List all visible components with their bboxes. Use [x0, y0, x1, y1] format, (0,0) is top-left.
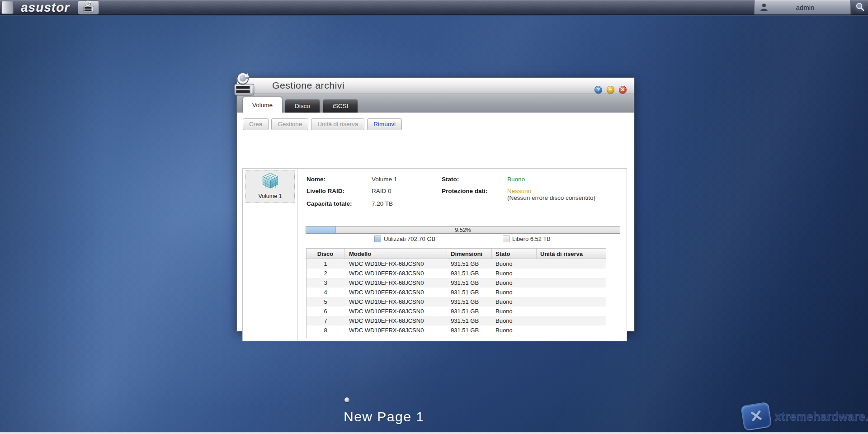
header-unita-di-riserva: Unità di riserva: [537, 249, 606, 259]
desktop-page-label: New Page 1: [344, 409, 424, 425]
watermark: ✕ xtremehardware.com: [742, 404, 868, 429]
table-row[interactable]: 2 WDC WD10EFRX-68JCSN0 931.51 GB Buono: [307, 269, 606, 278]
window-titlebar[interactable]: Gestione archivi ? − ✕: [237, 78, 634, 94]
volume-sidebar: Volume 1: [243, 169, 298, 341]
legend-used: Utilizzati 702.70 GB: [374, 236, 435, 242]
disk-number-cell: 6: [307, 307, 344, 316]
rimuovi-button[interactable]: Rimuovi: [367, 118, 402, 130]
bar-handle: [1, 1, 14, 14]
disk-number-cell: 7: [307, 316, 344, 326]
capacity-label: Capacità totale:: [307, 200, 352, 207]
name-value: Volume 1: [372, 176, 397, 183]
user-menu[interactable]: admin: [754, 0, 851, 14]
status-cell: Buono: [492, 307, 537, 316]
status-cell: Buono: [492, 288, 537, 297]
storage-manager-taskbar-button[interactable]: [78, 0, 99, 14]
table-row[interactable]: 5 WDC WD10EFRX-68JCSN0 931.51 GB Buono: [307, 297, 606, 307]
minimize-button[interactable]: −: [607, 86, 614, 94]
user-icon: [759, 2, 769, 12]
disk-number-cell: 8: [307, 326, 344, 335]
volume-cube-icon: [261, 172, 280, 191]
spare-cell: [537, 288, 606, 297]
search-icon: [855, 2, 865, 14]
table-row[interactable]: 6 WDC WD10EFRX-68JCSN0 931.51 GB Buono: [307, 307, 606, 316]
name-label: Nome:: [307, 176, 326, 183]
spare-cell: [537, 259, 606, 269]
protection-value: Nessuno: [507, 188, 531, 194]
tab-volume[interactable]: Volume: [243, 97, 282, 113]
size-cell: 931.51 GB: [447, 316, 492, 326]
tab-iscsi[interactable]: iSCSI: [323, 99, 359, 113]
legend-free: Libero 6.52 TB: [503, 236, 551, 242]
disk-number-cell: 5: [307, 297, 344, 307]
disk-table: Disco Modello Dimensioni Stato Unità di …: [306, 248, 606, 338]
disk-number-cell: 1: [307, 259, 344, 269]
model-cell: WDC WD10EFRX-68JCSN0: [344, 259, 447, 269]
size-cell: 931.51 GB: [447, 307, 492, 316]
table-row[interactable]: 8 WDC WD10EFRX-68JCSN0 931.51 GB Buono: [307, 326, 606, 335]
spare-cell: [537, 307, 606, 316]
used-swatch: [374, 236, 381, 242]
disk-number-cell: 3: [307, 278, 344, 288]
storage-manager-window-icon: [233, 73, 255, 97]
status-cell: Buono: [492, 278, 537, 288]
header-disco: Disco: [307, 249, 344, 259]
table-row[interactable]: 4 WDC WD10EFRX-68JCSN0 931.51 GB Buono: [307, 288, 606, 297]
spare-cell: [537, 297, 606, 307]
watermark-x-icon: ✕: [748, 407, 764, 425]
size-cell: 931.51 GB: [447, 259, 492, 269]
volume-item-label: Volume 1: [246, 193, 294, 199]
used-label: Utilizzati 702.70 GB: [384, 236, 435, 242]
protection-label: Protezione dati:: [442, 188, 487, 194]
status-label: Stato:: [442, 176, 459, 183]
table-row[interactable]: 3 WDC WD10EFRX-68JCSN0 931.51 GB Buono: [307, 278, 606, 288]
table-row[interactable]: 1 WDC WD10EFRX-68JCSN0 931.51 GB Buono: [307, 259, 606, 269]
status-cell: Buono: [492, 297, 537, 307]
unita-di-riserva-button[interactable]: Unità di riserva: [311, 118, 364, 130]
spare-cell: [537, 316, 606, 326]
free-swatch: [503, 236, 509, 242]
volume-panel: Volume 1 Nome: Volume 1 Stato: Buono Liv…: [242, 168, 627, 341]
disk-number-cell: 4: [307, 288, 344, 297]
tab-disco[interactable]: Disco: [285, 99, 320, 113]
size-cell: 931.51 GB: [447, 297, 492, 307]
raid-value: RAID 0: [372, 188, 392, 194]
asustor-logo: asustor: [21, 0, 70, 15]
header-stato: Stato: [492, 249, 537, 259]
header-dimensioni: Dimensioni: [447, 249, 492, 259]
protection-note: (Nessun errore disco consentito): [507, 194, 595, 201]
capacity-value: 7.20 TB: [372, 200, 393, 207]
status-cell: Buono: [492, 326, 537, 335]
window-content: Crea Gestione Unità di riserva Rimuovi: [237, 113, 634, 331]
size-cell: 931.51 GB: [447, 278, 492, 288]
spare-cell: [537, 269, 606, 278]
volume-list-item[interactable]: Volume 1: [245, 170, 295, 203]
storage-manager-window: Gestione archivi ? − ✕ Volume Disco iSCS…: [236, 77, 634, 331]
usage-bar: 9.52%: [306, 226, 620, 234]
model-cell: WDC WD10EFRX-68JCSN0: [344, 316, 447, 326]
status-cell: Buono: [492, 259, 537, 269]
window-title: Gestione archivi: [272, 80, 344, 91]
watermark-x-badge: ✕: [741, 401, 772, 431]
search-button[interactable]: [853, 1, 867, 14]
close-button[interactable]: ✕: [619, 86, 627, 94]
toolbar: Crea Gestione Unità di riserva Rimuovi: [243, 118, 402, 130]
tab-bar: Volume Disco iSCSI: [237, 94, 634, 113]
table-row[interactable]: 7 WDC WD10EFRX-68JCSN0 931.51 GB Buono: [307, 316, 606, 326]
desktop-dot: [344, 397, 349, 402]
header-modello: Modello: [344, 249, 447, 259]
user-name: admin: [769, 4, 850, 11]
window-controls: ? − ✕: [594, 86, 627, 94]
table-header: Disco Modello Dimensioni Stato Unità di …: [307, 249, 606, 259]
top-bar: asustor: [0, 0, 868, 15]
status-cell: Buono: [492, 269, 537, 278]
volume-status-value: Buono: [507, 176, 525, 183]
size-cell: 931.51 GB: [447, 326, 492, 335]
spare-cell: [537, 278, 606, 288]
help-button[interactable]: ?: [594, 86, 602, 94]
model-cell: WDC WD10EFRX-68JCSN0: [344, 288, 447, 297]
gestione-button[interactable]: Gestione: [271, 118, 308, 130]
crea-button[interactable]: Crea: [243, 118, 269, 130]
model-cell: WDC WD10EFRX-68JCSN0: [344, 326, 447, 335]
usage-percent-label: 9.52%: [306, 226, 620, 233]
